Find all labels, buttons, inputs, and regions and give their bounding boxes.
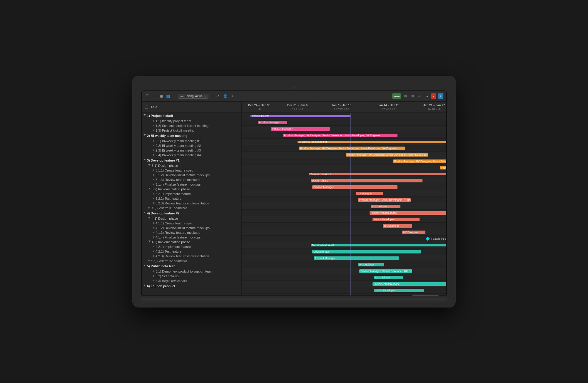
person-icon[interactable]: 👤 (223, 94, 228, 98)
bar-review-impl-1[interactable]: UX Designer (402, 231, 425, 234)
task-3-1-2[interactable]: 3.1.2) Develop initial feature mockups (142, 173, 241, 177)
bar-design-phase-2[interactable]: Design phase (312, 250, 421, 253)
bar-implement-1[interactable]: Senior Developer (372, 218, 420, 221)
task-4-1-1[interactable]: 4.1.1) Create feature spec (142, 221, 241, 226)
task-1-3[interactable]: 1.3) Project kickoff meeting (142, 128, 241, 133)
bar-dev-mockups-1[interactable]: UX Designer (356, 192, 383, 195)
redo-icon[interactable]: ↪ (424, 93, 429, 99)
task-5-1[interactable]: 5.1) Demo new product to support team (142, 269, 241, 274)
bar-finalize-mockups-2[interactable]: UX Designer (374, 276, 403, 279)
undo-icon[interactable]: ↩ (417, 93, 422, 99)
expand-icon[interactable] (148, 217, 151, 220)
menu-icon[interactable]: ☰ (145, 94, 149, 98)
structure-icon[interactable]: ⊞ (152, 94, 156, 98)
bar-test-2[interactable]: QA Engineer (412, 295, 439, 295)
task-group-1[interactable]: 1) Project kickoff (142, 113, 241, 119)
gantt-row-4-2-2[interactable]: QA Engineer (242, 294, 446, 295)
bar-implement-2[interactable]: Junior Developer (374, 289, 424, 292)
gantt-row-4-1[interactable]: Design phase (242, 248, 446, 255)
task-4-3[interactable]: 4.3) Feature #2 complete (142, 258, 241, 263)
bar-test-1[interactable]: QA Engineer (383, 224, 412, 228)
gantt-row-4-2-1[interactable]: Junior Developer (242, 287, 446, 294)
gantt-row-3-1-3[interactable]: Product Manager; Senior Developer; UX De… (242, 197, 446, 203)
bar-dev-mockups-2[interactable]: UX Designer (358, 263, 384, 266)
task-3-2-3[interactable]: 3.2.3) Review feature implementation (142, 201, 241, 206)
gantt-row-1-3[interactable]: Product Manager; UX Designer; Senior Dev… (242, 132, 446, 139)
gantt-row-4-2[interactable]: Implementation phase (242, 281, 446, 287)
bar-impl-phase-1[interactable]: Implementation phase (370, 211, 446, 215)
task-2-4[interactable]: 2.4) Bi-weekly team meeting #4 (142, 153, 241, 157)
gantt-row-2-1[interactable]: Product Manager; UX Designer; Senior Dev… (242, 145, 446, 152)
gantt-row-4[interactable]: Develop feature #2 (242, 242, 446, 248)
expand-icon[interactable] (148, 188, 151, 190)
bar-design-phase-1[interactable]: Design phase (311, 179, 422, 182)
gantt-row-3-1-4[interactable]: UX Designer (242, 203, 446, 210)
bar-project-kickoff-group[interactable]: Project kickoff (250, 115, 350, 117)
expand-icon[interactable] (143, 159, 146, 162)
bar-biweekly-3[interactable]: Product Manager; UX Designer; Senior Dev… (393, 159, 446, 163)
bar-biweekly-2[interactable]: Product Manager; UX Designer; Senior Dev… (346, 153, 428, 157)
task-3-2-1[interactable]: 3.2.1) Implement feature (142, 192, 241, 196)
editing-mode-badge[interactable]: ▬ Editing: Actual ▾ (178, 94, 208, 99)
milestone-feature1[interactable] (426, 236, 430, 241)
expand-icon[interactable] (143, 212, 146, 214)
expand-icon[interactable] (148, 164, 151, 167)
gantt-body[interactable]: Project kickoff Product Manager (242, 113, 446, 295)
bar-kickoff-meeting[interactable]: Product Manager; UX Designer; Senior Dev… (283, 134, 397, 137)
gantt-row-3-2[interactable]: Implementation phase (242, 210, 446, 216)
gantt-row-2-2[interactable]: Product Manager; UX Designer; Senior Dev… (242, 152, 446, 158)
gantt-row-4-1-3[interactable]: Product Manager; Senior Developer; UX De… (242, 268, 446, 274)
task-5-2[interactable]: 5.2) Set beta up (142, 274, 241, 278)
task-3-1-3[interactable]: 3.1.3) Review feature mockups (142, 177, 241, 182)
gantt-row-3-1-1[interactable]: Product Manager (242, 184, 446, 190)
people-icon[interactable]: 👥 (166, 94, 171, 98)
expand-icon[interactable] (143, 285, 146, 287)
task-4-1[interactable]: 4.1) Design phase (142, 216, 241, 221)
expand-icon[interactable] (143, 134, 146, 137)
arrow-icon[interactable]: ↗ (216, 94, 220, 98)
task-tree[interactable]: 1) Project kickoff 1.1) Identify project… (142, 113, 241, 295)
task-4-2-1[interactable]: 4.2.1) Implement feature (142, 244, 241, 249)
bar-schedule-kickoff[interactable]: Product Manager (271, 127, 330, 131)
task-4-1-4[interactable]: 4.1.4) Finalize feature mockups (142, 235, 241, 240)
stop-icon[interactable]: ● (431, 93, 436, 99)
gantt-row-2-4[interactable]: Product Manager; UX Designer (242, 164, 446, 171)
bar-biweekly-1[interactable]: Product Manager; UX Designer; Senior Dev… (299, 147, 405, 150)
task-3-2-2[interactable]: 3.2.2) Test feature (142, 196, 241, 201)
expand-icon[interactable] (148, 241, 151, 243)
bar-review-mockups-1[interactable]: Product Manager; Senior Developer; UX De… (358, 198, 411, 202)
bar-develop2-group[interactable]: Develop feature #2 (311, 244, 446, 246)
bar-biweekly-4[interactable]: Product Manager; UX Designer (440, 166, 446, 169)
green-bar-icon[interactable]: ▬▬ (392, 93, 401, 99)
gantt-row-3-2-1[interactable]: Senior Developer (242, 216, 446, 223)
gantt-row-3-3[interactable]: Feature #1 complete (242, 236, 446, 242)
info-icon[interactable]: ℹ (438, 93, 443, 99)
bar-identify-team[interactable]: Product Manager (258, 121, 287, 124)
gantt-row-2-3[interactable]: Product Manager; UX Designer; Senior Dev… (242, 158, 446, 164)
task-4-2-3[interactable]: 4.2.3) Review feature implementation (142, 254, 241, 258)
gantt-row-1-2[interactable]: Product Manager (242, 126, 446, 132)
task-2-2[interactable]: 2.2) Bi-weekly team meeting #2 (142, 143, 241, 148)
task-5-3[interactable]: 5.3) Begin public beta (142, 278, 241, 283)
task-3-1-1[interactable]: 3.1.1) Create feature spec (142, 168, 241, 173)
task-3-2[interactable]: 3.2) Implementation phase (142, 187, 241, 192)
task-3-1[interactable]: 3.1) Design phase (142, 163, 241, 168)
gantt-row-3-2-3[interactable]: UX Designer (242, 229, 446, 236)
gantt-row-1-1[interactable]: Product Manager (242, 119, 446, 126)
bar-finalize-mockups-1[interactable]: UX Designer (371, 205, 400, 208)
task-2-3[interactable]: 2.3) Bi-weekly team meeting #3 (142, 148, 241, 153)
task-group-3[interactable]: 3) Develop feature #1 (142, 157, 241, 163)
split-icon[interactable]: ⊟ (410, 93, 415, 99)
bar-review-mockups-2[interactable]: Product Manager; Senior Developer; UX De… (359, 269, 412, 273)
gantt-row-3-1-2[interactable]: UX Designer (242, 190, 446, 197)
export-icon[interactable]: ⤓ (230, 94, 235, 98)
gantt-chart-panel[interactable]: Dec 24 – Dec 30 0h Dec 31 – Jan 6 < 1d 6… (242, 102, 446, 295)
gantt-row-3-2-2[interactable]: QA Engineer (242, 223, 446, 229)
task-group-6[interactable]: 6) Launch product (142, 283, 241, 289)
bar-create-spec-2[interactable]: Product Manager (314, 256, 399, 260)
expand-icon[interactable] (143, 114, 146, 117)
gantt-row-4-1-1[interactable]: Product Manager (242, 255, 446, 261)
gantt-row-1[interactable]: Project kickoff (242, 113, 446, 119)
task-1-2[interactable]: 1.2) Schedule project kickoff meeting (142, 123, 241, 128)
bar-impl-phase-2[interactable]: Implementation phase (372, 282, 446, 286)
